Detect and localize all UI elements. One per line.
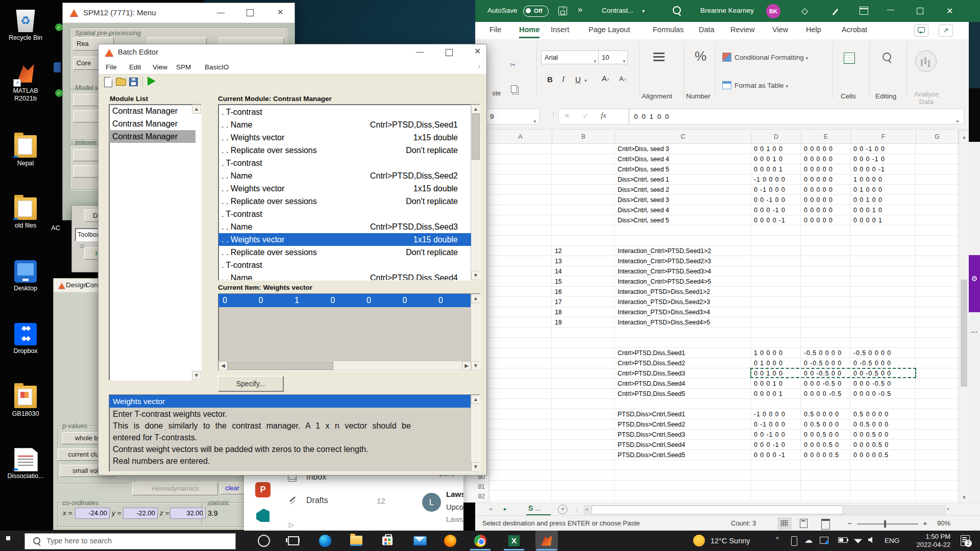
taskbar-mail-button[interactable] — [409, 531, 431, 551]
cell-g[interactable] — [916, 460, 958, 470]
font-name-select[interactable]: Arial▾ — [541, 51, 599, 64]
scroll-left-icon[interactable]: ◀ — [218, 361, 228, 370]
scroll-down-icon[interactable]: ▼ — [959, 492, 969, 503]
tab-help[interactable]: Help — [806, 26, 821, 34]
cell-e[interactable]: 0.5 0 0 0 0 — [801, 409, 850, 419]
doc-dropdown-icon[interactable]: ▾ — [642, 8, 645, 14]
cell-g[interactable] — [916, 440, 958, 450]
zoom-slider-thumb[interactable] — [884, 520, 886, 528]
cell-b[interactable] — [552, 328, 615, 338]
sheet-next-icon[interactable]: ▸ — [504, 506, 507, 512]
cell-c[interactable]: PTSD,Diss>Cntrl,Seed4 — [615, 440, 751, 450]
cell-d[interactable] — [751, 307, 801, 317]
tree-row[interactable]: . T-contrast — [218, 259, 471, 271]
cell-a[interactable] — [489, 287, 552, 297]
cell-d[interactable] — [751, 460, 801, 470]
cell-c[interactable] — [615, 481, 751, 491]
tray-expand-icon[interactable]: ^ — [776, 536, 779, 543]
cell-c[interactable]: Interaction_PTSD>Diss,Seed4>5 — [615, 317, 751, 328]
tree-row[interactable]: . . Replicate over sessionsDon't replica… — [218, 144, 471, 157]
cell-b[interactable] — [552, 379, 615, 389]
scroll-up-corner[interactable]: ▲ — [959, 130, 970, 145]
cell-f[interactable] — [851, 460, 916, 470]
cell-g[interactable] — [916, 348, 958, 358]
cell-f[interactable] — [851, 287, 916, 297]
cell-g[interactable] — [916, 215, 958, 226]
hscroll-left-icon[interactable]: ◂ — [585, 507, 588, 512]
cell-g[interactable] — [916, 368, 958, 379]
cell-c[interactable] — [615, 399, 751, 409]
cell-a[interactable] — [489, 481, 552, 491]
cell-e[interactable] — [801, 297, 850, 307]
ribbon-display-icon[interactable] — [860, 7, 868, 15]
cell-f[interactable] — [851, 246, 916, 256]
pen-icon[interactable] — [834, 7, 841, 14]
cell-b[interactable] — [552, 174, 615, 185]
sheet-tab[interactable]: S ... — [528, 504, 555, 514]
cell-b[interactable]: 16 — [552, 287, 615, 297]
cell-e[interactable]: 0 0 0 0 0 — [801, 144, 850, 154]
horizontal-scrollbar[interactable]: ◂ — [584, 505, 945, 515]
cell-f[interactable]: 0 0 0 -1 0 — [851, 154, 916, 164]
sent-icon[interactable]: ▷ — [289, 521, 294, 529]
cell-d[interactable] — [751, 481, 801, 491]
scroll-up-icon[interactable]: ▲ — [471, 294, 480, 303]
search-icon[interactable] — [673, 6, 681, 14]
page-layout-view-button[interactable] — [800, 519, 807, 528]
module-list[interactable]: ▲ ▼ Contrast ManagerContrast ManagerCont… — [109, 104, 202, 381]
editing-button[interactable]: Editing — [875, 92, 896, 100]
cell-c[interactable]: PTSD,Diss>Cntrl,Seed5 — [615, 450, 751, 460]
scroll-down-icon[interactable]: ▼ — [471, 462, 480, 471]
minimize-icon[interactable]: — — [887, 6, 894, 13]
cell-g[interactable] — [916, 185, 958, 195]
cell-c[interactable]: Cntrl>PTSD,Diss,Seed3 — [615, 368, 751, 379]
cell-e[interactable]: 0 0 0 0 0 — [801, 154, 850, 164]
mail-subject[interactable]: Upcom — [446, 503, 463, 511]
cell-e[interactable] — [801, 460, 850, 470]
cell-e[interactable] — [801, 338, 850, 348]
cell-e[interactable]: 0 0 0 0 0 — [801, 215, 850, 226]
cell-a[interactable] — [489, 174, 552, 185]
cell-f[interactable]: 0.5 0 0 0 0 — [851, 409, 916, 419]
clear-button[interactable]: clear — [220, 482, 244, 494]
cell-d[interactable] — [751, 399, 801, 409]
sheet-prev-icon[interactable]: ◂ — [489, 506, 492, 512]
cell-f[interactable] — [851, 307, 916, 317]
module-list-item[interactable]: Contrast Manager — [109, 105, 195, 117]
help-scrollbar[interactable]: ▲ ▼ — [471, 395, 480, 471]
tab-review[interactable]: Review — [730, 26, 755, 34]
cell-d[interactable]: -1 0 0 0 0 — [751, 174, 801, 185]
cell-g[interactable] — [916, 419, 958, 430]
cell-g[interactable] — [916, 409, 958, 419]
cell-c[interactable]: Diss>Cntrl, seed 3 — [615, 195, 751, 205]
cell-b[interactable] — [552, 236, 615, 246]
cell-b[interactable] — [552, 409, 615, 419]
minimize-icon[interactable]: — — [416, 47, 424, 55]
vector-cell[interactable]: 0 — [331, 294, 335, 307]
cell-e[interactable]: 0 0 0 0 0 — [801, 205, 850, 215]
cell-f[interactable]: 0 0 0 0 -0.5 — [851, 389, 916, 399]
cell-a[interactable] — [489, 307, 552, 317]
volume-icon[interactable] — [868, 537, 872, 543]
taskbar-chrome-button[interactable] — [469, 531, 492, 551]
scroll-down-icon[interactable]: ▼ — [192, 371, 201, 380]
enter-icon[interactable]: ✓ — [582, 112, 589, 120]
tab-home[interactable]: Home — [519, 26, 540, 34]
cell-f[interactable]: 0 0 1 0 0 — [851, 195, 916, 205]
cell-f[interactable] — [851, 226, 916, 236]
new-file-icon[interactable] — [104, 77, 112, 87]
cell-e[interactable] — [801, 491, 850, 501]
module-list-item[interactable]: Contrast Manager — [109, 130, 195, 143]
cell-a[interactable] — [489, 368, 552, 379]
cell-d[interactable] — [751, 256, 801, 266]
cell-d[interactable]: 1 0 0 0 0 — [751, 348, 801, 358]
folder-drafts[interactable]: Drafts — [306, 496, 328, 505]
maximize-icon[interactable] — [446, 49, 453, 56]
cell-a[interactable] — [489, 154, 552, 164]
cell-a[interactable] — [489, 450, 552, 460]
tree-row[interactable]: . . Replicate over sessionsDon't replica… — [218, 246, 471, 259]
scroll-up-icon[interactable]: ▲ — [471, 105, 480, 114]
save-file-icon[interactable] — [129, 78, 138, 86]
cell-d[interactable]: 0 0 0 0 -1 — [751, 450, 801, 460]
weather-label[interactable]: 12°C Sunny — [710, 537, 750, 545]
